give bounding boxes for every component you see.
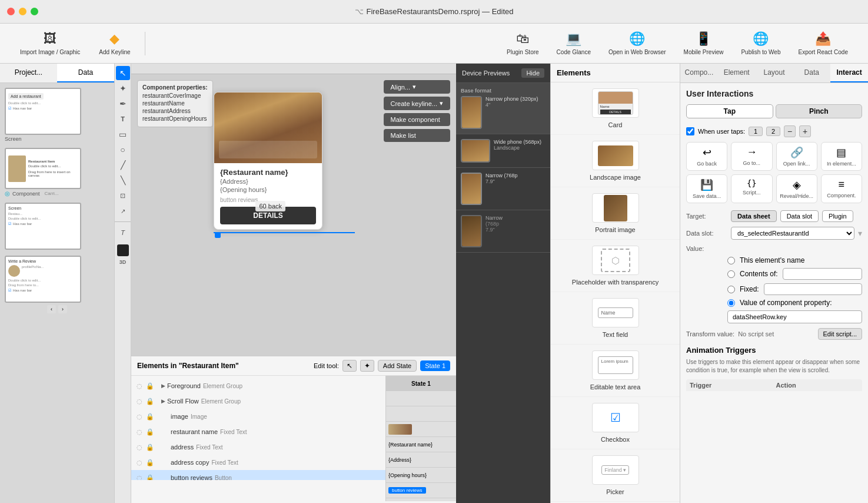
- pen-tool[interactable]: ✒: [116, 97, 130, 111]
- export-react-button[interactable]: 📤 Export React Code: [790, 28, 857, 59]
- tree-row-foreground[interactable]: ◌ 🔒 ▶ Foreground Element Group: [131, 378, 385, 393]
- import-image-button[interactable]: 🖼 Import Image / Graphic: [12, 28, 88, 59]
- screen-item-2[interactable]: Restaurant Item Double click to edit... …: [5, 148, 109, 197]
- action-open-link[interactable]: 🔗 Open link...: [776, 142, 817, 171]
- pointer-tool[interactable]: ✦: [116, 81, 130, 95]
- tab-compo[interactable]: Compo...: [680, 64, 718, 82]
- tab-layout[interactable]: Layout: [756, 64, 793, 82]
- tree-row-address[interactable]: ◌ 🔒 address Fixed Text: [131, 439, 385, 455]
- tree-row-scroll-flow[interactable]: ◌ 🔒 ▶ Scroll Flow Element Group: [131, 393, 385, 409]
- comp-prop-3: restaurantAddress: [142, 108, 208, 114]
- user-taps-checkbox[interactable]: [686, 127, 694, 135]
- device-thumb-extra[interactable]: Narrow (768p 7.9": [456, 210, 550, 253]
- ellipse-tool[interactable]: ○: [116, 143, 130, 157]
- data-slot-select[interactable]: ds_selectedRestaurantId: [731, 227, 854, 240]
- radio-comp-prop-input[interactable]: [727, 299, 735, 307]
- canvas-area[interactable]: Component properties: restaurantCoverIma…: [131, 64, 456, 503]
- mobile-preview-icon: 📱: [696, 31, 711, 47]
- publish-to-web-button[interactable]: 🌐 Publish to Web: [733, 28, 789, 59]
- element-checkbox-item[interactable]: ☑ Checkbox: [551, 397, 680, 449]
- screen-item-4[interactable]: Write a Review profilePicNa... Double cl…: [5, 256, 109, 313]
- plus-tap-btn[interactable]: +: [799, 125, 811, 137]
- radio-elements-name-input[interactable]: [727, 257, 735, 264]
- target-data-sheet-btn[interactable]: Data sheet: [731, 210, 777, 222]
- state-previews-column: State 1 {Restaurant name} {Address} {Ope…: [385, 376, 456, 501]
- align-button[interactable]: Align... ▾: [384, 80, 450, 94]
- add-state-button[interactable]: Add State: [378, 360, 417, 372]
- text-tool[interactable]: T: [116, 112, 130, 126]
- target-plugin-btn[interactable]: Plugin: [822, 210, 853, 222]
- plugin-store-button[interactable]: 🛍 Plugin Store: [498, 28, 547, 59]
- action-component[interactable]: ≡ Component.: [821, 174, 862, 203]
- next-screen-btn[interactable]: ›: [58, 305, 67, 313]
- element-picker-item[interactable]: Finland ▾ Picker: [551, 449, 680, 502]
- tap-button[interactable]: Tap: [686, 104, 773, 118]
- radio-fixed-input[interactable]: [727, 286, 735, 293]
- close-button[interactable]: [7, 8, 15, 15]
- code-glance-button[interactable]: 💻 Code Glance: [548, 28, 599, 59]
- minimize-button[interactable]: [19, 8, 26, 15]
- tree-row-restaurant-name[interactable]: ◌ 🔒 restaurant name Fixed Text: [131, 424, 385, 439]
- tab-interact[interactable]: Interact: [830, 64, 868, 82]
- action-reveal-hide[interactable]: ◈ Reveal/Hide...: [776, 174, 817, 203]
- tree-row-button-reviews[interactable]: ◌ 🔒 button reviews Button: [131, 470, 385, 480]
- element-landscape-item[interactable]: Landscape image: [551, 135, 680, 187]
- move-tool-btn[interactable]: ✦: [360, 360, 374, 372]
- project-tab[interactable]: Project...: [0, 64, 57, 82]
- tree-row-image[interactable]: ◌ 🔒 image Image: [131, 409, 385, 424]
- italic-text-tool[interactable]: T: [116, 226, 130, 240]
- action-in-element[interactable]: ▤ In element...: [821, 142, 862, 171]
- pinch-button[interactable]: Pinch: [776, 104, 863, 118]
- element-text-field-item[interactable]: Name Text field: [551, 292, 680, 345]
- hide-device-previews-button[interactable]: Hide: [521, 68, 544, 78]
- action-script[interactable]: {} Script...: [731, 174, 772, 203]
- radio-contents-of: Contents of:: [686, 268, 862, 280]
- device-thumb-portrait[interactable]: Narrow (768p 7.9": [456, 168, 550, 210]
- element-portrait-item[interactable]: Portrait image: [551, 187, 680, 240]
- select-tool-btn[interactable]: ↖: [342, 360, 357, 372]
- fixed-value-input[interactable]: [764, 283, 862, 295]
- device-thumb-narrow-phone[interactable]: Base format Narrow phone (320px) 4": [456, 83, 550, 134]
- add-keyline-button[interactable]: ◆ Add Keyline: [91, 28, 138, 59]
- action-go-to[interactable]: → Go to...: [731, 142, 772, 171]
- screen-item-1[interactable]: Add a restaurant Double click to edit...…: [5, 88, 109, 142]
- tree-row-address-copy[interactable]: ◌ 🔒 address copy Fixed Text: [131, 455, 385, 470]
- radio-contents-of-input[interactable]: [727, 270, 735, 278]
- rect-tool[interactable]: ▭: [116, 127, 130, 141]
- reveal-hide-label: Reveal/Hide...: [780, 193, 813, 199]
- contents-of-input[interactable]: [783, 268, 862, 280]
- device-preview-row-2: Wide phone (568px) Landscape: [461, 139, 546, 163]
- element-placeholder-item[interactable]: ⬡ Placeholder with transparency: [551, 240, 680, 292]
- device-img-extra: [461, 215, 482, 247]
- make-list-button[interactable]: Make list: [384, 129, 450, 142]
- device-info-wide: Wide phone (568px) Landscape: [494, 139, 541, 151]
- element-text-area-item[interactable]: Lorem ipsum Editable text area: [551, 345, 680, 397]
- crop-tool[interactable]: ⊡: [116, 188, 130, 203]
- action-go-back[interactable]: ↩ Go back: [686, 142, 727, 171]
- make-component-button[interactable]: Make component: [384, 113, 450, 126]
- tab-element[interactable]: Element: [718, 64, 756, 82]
- tab-data[interactable]: Data: [793, 64, 830, 82]
- minus-tap-btn[interactable]: −: [784, 125, 796, 137]
- create-keyline-button[interactable]: Create keyline... ▾: [384, 97, 450, 110]
- edit-script-button[interactable]: Edit script...: [818, 328, 862, 340]
- dropdown-chevron: ▾: [858, 229, 862, 238]
- canvas-content[interactable]: Component properties: restaurantCoverIma…: [131, 74, 456, 503]
- data-tab[interactable]: Data: [57, 64, 114, 82]
- mobile-preview-button[interactable]: 📱 Mobile Preview: [676, 28, 732, 59]
- edit-tool-label: Edit tool:: [314, 362, 339, 369]
- action-save-data[interactable]: 💾 Save data...: [686, 174, 727, 203]
- target-data-slot-btn[interactable]: Data slot: [780, 210, 819, 222]
- device-thumb-wide-phone[interactable]: Wide phone (568px) Landscape: [456, 134, 550, 168]
- target-field-label: Target:: [686, 213, 727, 220]
- maximize-button[interactable]: [31, 8, 38, 15]
- screen-item-3[interactable]: Screen Restau... Double click to edit...…: [5, 203, 109, 250]
- open-web-browser-button[interactable]: 🌐 Open in Web Browser: [600, 28, 674, 59]
- element-card-item[interactable]: Name DETAILS Card: [551, 82, 680, 135]
- arrow-select-tool[interactable]: ↗: [116, 204, 130, 218]
- select-tool[interactable]: ↖: [116, 66, 130, 80]
- diagonal-tool[interactable]: ╲: [116, 173, 130, 187]
- color-tool[interactable]: [117, 244, 129, 256]
- line-tool[interactable]: ╱: [116, 158, 130, 172]
- prev-screen-btn[interactable]: ‹: [47, 305, 56, 313]
